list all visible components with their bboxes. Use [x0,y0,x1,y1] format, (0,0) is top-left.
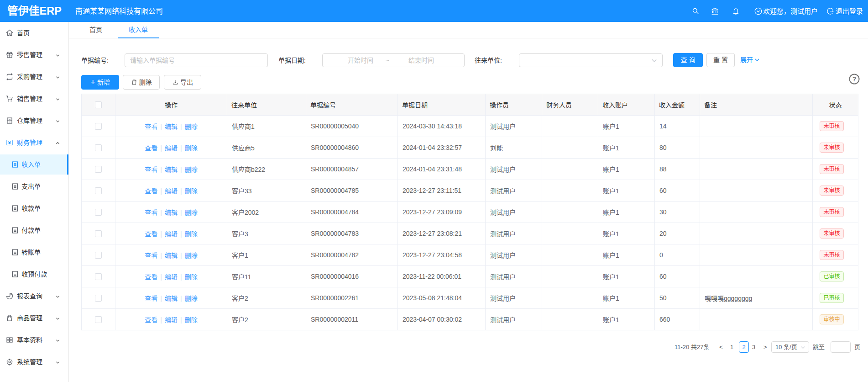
svg-text:?: ? [852,75,857,83]
